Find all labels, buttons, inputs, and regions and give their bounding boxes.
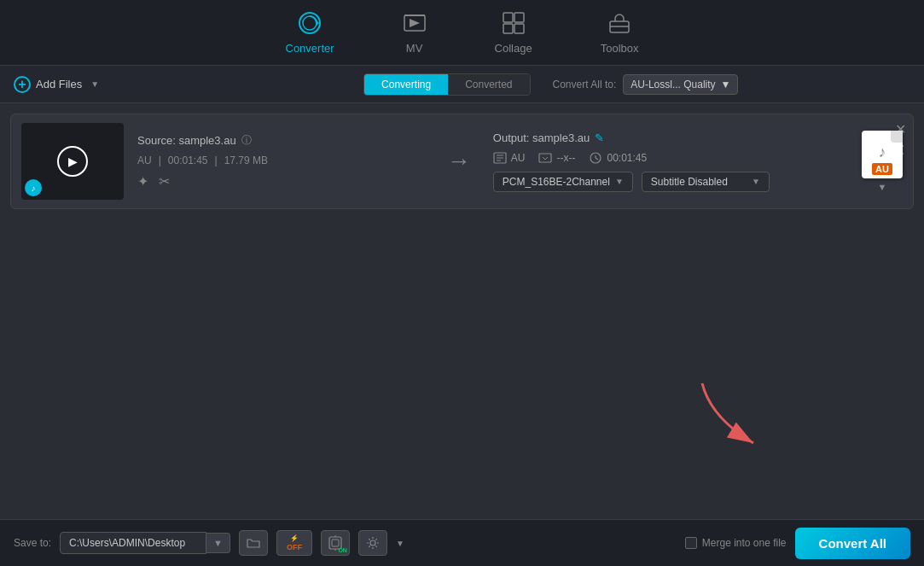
settings-dropdown-icon[interactable]: ▼ xyxy=(396,539,404,548)
file-thumbnail[interactable]: ▶ ♪ xyxy=(21,123,124,200)
mv-label: MV xyxy=(406,42,423,55)
subtitle-value: Subtitle Disabled xyxy=(651,176,728,188)
convert-all-to-area: Convert All to: AU-Lossl... Quality ▼ xyxy=(553,74,739,95)
svg-marker-2 xyxy=(317,20,319,26)
hw-on-badge: ON xyxy=(338,547,347,553)
file-row: ✕ ▲ ▼ ▶ ♪ Source: sample3.au ⓘ AU | 00:0… xyxy=(10,114,914,209)
plus-icon: + xyxy=(14,76,31,93)
converter-icon xyxy=(298,11,322,38)
tab-group: Converting Converted xyxy=(363,73,530,96)
collage-label: Collage xyxy=(495,42,532,55)
svg-rect-5 xyxy=(503,13,513,22)
nav-toolbox[interactable]: Toolbox xyxy=(584,4,656,61)
toolbox-label: Toolbox xyxy=(601,42,639,55)
file-icon-dropdown[interactable]: ▼ xyxy=(878,182,887,192)
merge-checkbox-area: Merge into one file xyxy=(685,537,787,549)
output-resolution: --x-- xyxy=(556,152,575,164)
converter-label: Converter xyxy=(286,42,334,55)
output-format-meta: AU xyxy=(493,151,526,165)
source-line: Source: sample3.au ⓘ xyxy=(137,133,425,148)
top-nav: Converter MV Collage xyxy=(0,0,924,66)
open-folder-button[interactable] xyxy=(239,530,268,556)
source-label: Source: sample3.au xyxy=(137,134,236,147)
output-resolution-meta: --x-- xyxy=(538,151,575,165)
svg-rect-7 xyxy=(503,24,513,33)
music-note-icon: ♪ xyxy=(879,143,886,161)
settings-button[interactable] xyxy=(358,530,387,556)
path-input-group: ▼ xyxy=(60,532,230,554)
output-file-icon[interactable]: ♪ AU ▼ xyxy=(862,131,903,192)
toolbox-icon xyxy=(607,11,631,38)
svg-rect-15 xyxy=(539,154,551,162)
audio-codec-select[interactable]: PCM_S16BE-2Channel ▼ xyxy=(493,172,633,192)
accelerate-button[interactable]: ⚡ OFF xyxy=(276,530,312,556)
nav-converter[interactable]: Converter xyxy=(269,4,352,61)
path-dropdown-button[interactable]: ▼ xyxy=(206,533,230,553)
file-info: Source: sample3.au ⓘ AU | 00:01:45 | 17.… xyxy=(137,133,425,190)
tab-converting[interactable]: Converting xyxy=(364,74,448,95)
svg-point-24 xyxy=(370,540,375,546)
format-value: AU-Lossl... Quality xyxy=(631,79,715,90)
add-files-button[interactable]: + Add Files xyxy=(14,76,82,93)
format-meta-icon xyxy=(493,151,507,165)
toolbar: + Add Files ▼ Converting Converted Conve… xyxy=(0,66,924,103)
gear-icon xyxy=(366,536,380,550)
format-dropdown-icon: ▼ xyxy=(721,79,731,90)
content-area: ✕ ▲ ▼ ▶ ♪ Source: sample3.au ⓘ AU | 00:0… xyxy=(0,103,924,519)
output-duration: 00:01:45 xyxy=(607,152,647,164)
thumbnail-badge: ♪ xyxy=(25,179,42,196)
merge-label: Merge into one file xyxy=(702,537,787,549)
svg-rect-8 xyxy=(514,24,524,33)
output-format: AU xyxy=(511,152,526,164)
file-icon-corner xyxy=(891,131,903,143)
subtitle-dropdown-icon: ▼ xyxy=(752,177,760,186)
add-files-dropdown-icon[interactable]: ▼ xyxy=(90,79,99,89)
svg-rect-6 xyxy=(514,13,524,22)
accel-status: OFF xyxy=(287,543,302,551)
tab-converted[interactable]: Converted xyxy=(448,74,529,95)
output-label: Output: sample3.au xyxy=(493,131,590,144)
convert-arrow: → xyxy=(439,148,479,175)
nav-mv[interactable]: MV xyxy=(386,4,444,61)
nav-collage[interactable]: Collage xyxy=(478,4,549,61)
file-format: AU xyxy=(137,155,152,166)
scissors-icon[interactable]: ✂ xyxy=(159,173,170,190)
play-icon: ▶ xyxy=(57,146,88,177)
file-duration: 00:01:45 xyxy=(168,155,208,166)
clock-icon xyxy=(589,151,602,165)
format-select[interactable]: AU-Lossl... Quality ▼ xyxy=(623,74,738,95)
file-ext-label: AU xyxy=(872,163,892,175)
hardware-accel-button[interactable]: ON xyxy=(321,530,350,556)
add-files-label: Add Files xyxy=(36,78,82,90)
output-selects: PCM_S16BE-2Channel ▼ Subtitle Disabled ▼ xyxy=(493,172,838,192)
output-meta: AU --x-- 00:01:45 xyxy=(493,151,838,165)
save-to-label: Save to: xyxy=(14,537,51,549)
collage-icon xyxy=(502,11,526,38)
meta-line: AU | 00:01:45 | 17.79 MB xyxy=(137,155,425,166)
convert-all-to-label: Convert All to: xyxy=(553,79,617,90)
file-size: 17.79 MB xyxy=(224,155,268,166)
audio-codec-value: PCM_S16BE-2Channel xyxy=(503,176,610,188)
output-header: Output: sample3.au ✎ xyxy=(493,131,838,144)
bottom-bar: Save to: ▼ ⚡ OFF ON ▼ Merge into one fil… xyxy=(0,519,924,566)
svg-rect-21 xyxy=(332,540,339,546)
folder-icon xyxy=(247,536,260,550)
info-icon[interactable]: ⓘ xyxy=(241,133,252,148)
svg-line-18 xyxy=(596,158,598,160)
convert-all-button[interactable]: Convert All xyxy=(795,528,910,559)
output-section: Output: sample3.au ✎ AU xyxy=(493,131,838,192)
merge-checkbox[interactable] xyxy=(685,537,697,549)
mv-icon xyxy=(403,11,427,38)
subtitle-select[interactable]: Subtitle Disabled ▼ xyxy=(642,172,770,192)
edit-icon[interactable]: ✎ xyxy=(595,131,604,144)
codec-dropdown-icon: ▼ xyxy=(615,177,624,186)
file-actions: ✦ ✂ xyxy=(137,173,425,190)
output-duration-meta: 00:01:45 xyxy=(589,151,647,165)
file-icon-box: ♪ AU xyxy=(862,131,903,178)
resolution-icon xyxy=(538,151,552,165)
star-icon[interactable]: ✦ xyxy=(137,173,148,190)
accel-icon: ⚡ xyxy=(290,534,299,542)
save-path-input[interactable] xyxy=(60,532,206,554)
